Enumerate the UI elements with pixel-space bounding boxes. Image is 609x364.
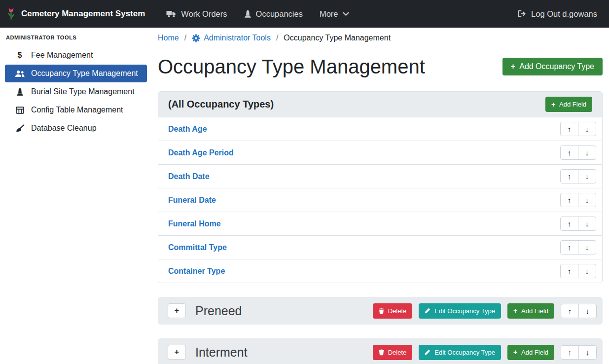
main-content: Home / Administrator [152, 28, 609, 364]
dollar-icon: $ [15, 51, 25, 60]
add-field-button[interactable]: + Add Field [545, 97, 592, 112]
reorder-group: ↑ ↓ [560, 217, 596, 231]
up-arrow-icon: ↑ [568, 348, 572, 357]
section-actions: Delete Edit Occupancy Type + Add Field ↑ [373, 345, 597, 360]
plus-icon: + [551, 101, 555, 108]
gear-icon [192, 34, 200, 42]
up-arrow-icon: ↑ [568, 148, 572, 157]
field-link-death-age-period[interactable]: Death Age Period [168, 148, 234, 157]
move-up-button[interactable]: ↑ [560, 169, 578, 183]
edit-occupancy-type-label: Edit Occupancy Type [434, 307, 495, 315]
sidebar-item-fee-management[interactable]: $ Fee Management [5, 46, 147, 64]
breadcrumb-admin-tools-label: Administrator Tools [204, 34, 271, 42]
move-down-button[interactable]: ↓ [578, 146, 596, 160]
monument-icon [244, 10, 251, 18]
pencil-icon [425, 349, 430, 355]
expand-button[interactable]: + [168, 303, 186, 318]
top-navbar: Cemetery Management System Work Orders O… [0, 0, 609, 28]
up-arrow-icon: ↑ [568, 172, 572, 181]
breadcrumb-separator: / [276, 34, 278, 42]
sidebar-item-occupancy-type-management[interactable]: Occupancy Type Management [5, 65, 147, 82]
add-occupancy-type-button[interactable]: + Add Occupancy Type [502, 58, 603, 75]
move-down-button[interactable]: ↓ [578, 193, 596, 207]
down-arrow-icon: ↓ [585, 172, 589, 181]
move-up-button[interactable]: ↑ [561, 304, 579, 318]
add-field-button[interactable]: + Add Field [507, 345, 554, 360]
nav-work-orders[interactable]: Work Orders [158, 9, 235, 19]
sidebar-item-database-cleanup[interactable]: Database Cleanup [5, 119, 147, 137]
add-field-button[interactable]: + Add Field [507, 303, 554, 319]
move-up-button[interactable]: ↑ [560, 264, 578, 278]
plus-icon: + [175, 306, 179, 315]
field-link-funeral-date[interactable]: Funeral Date [168, 196, 216, 205]
field-row: Funeral Home ↑ ↓ [158, 212, 602, 235]
move-up-button[interactable]: ↑ [560, 193, 578, 207]
field-link-committal-type[interactable]: Committal Type [168, 243, 227, 252]
nav-occupancies[interactable]: Occupancies [236, 9, 311, 19]
move-down-button[interactable]: ↓ [578, 217, 596, 231]
field-row: Container Type ↑ ↓ [158, 259, 602, 283]
sidebar-item-label: Fee Management [31, 51, 93, 60]
delete-button[interactable]: Delete [373, 303, 413, 319]
logout-link[interactable]: Log Out d.gowans [509, 9, 597, 19]
down-arrow-icon: ↓ [586, 307, 590, 315]
edit-occupancy-type-button[interactable]: Edit Occupancy Type [419, 303, 501, 319]
reorder-group: ↑ ↓ [560, 169, 596, 183]
move-up-button[interactable]: ↑ [560, 146, 578, 160]
field-link-death-age[interactable]: Death Age [168, 125, 207, 134]
move-down-button[interactable]: ↓ [578, 169, 596, 183]
delete-button[interactable]: Delete [373, 345, 413, 360]
breadcrumb-admin-tools-link[interactable]: Administrator Tools [192, 34, 271, 42]
expand-button[interactable]: + [168, 345, 186, 360]
field-row: Death Age ↑ ↓ [158, 117, 602, 141]
trash-icon [379, 349, 384, 356]
pencil-icon [425, 308, 430, 314]
reorder-group: ↑ ↓ [560, 240, 596, 255]
reorder-group: ↑ ↓ [560, 193, 596, 207]
sidebar: Administrator Tools $ Fee Management Occ… [0, 28, 152, 364]
up-arrow-icon: ↑ [568, 125, 572, 133]
up-arrow-icon: ↑ [568, 307, 572, 315]
down-arrow-icon: ↓ [585, 219, 589, 228]
table-icon [15, 107, 25, 114]
down-arrow-icon: ↓ [585, 125, 589, 133]
reorder-group: ↑ ↓ [560, 146, 596, 160]
logout-label: Log Out d.gowans [531, 9, 597, 19]
monument-icon [15, 88, 25, 96]
field-row: Death Date ↑ ↓ [158, 164, 602, 188]
breadcrumb-home-link[interactable]: Home [158, 34, 179, 42]
move-down-button[interactable]: ↓ [578, 240, 596, 255]
move-down-button[interactable]: ↓ [578, 122, 596, 136]
move-down-button[interactable]: ↓ [578, 304, 597, 318]
nav-more[interactable]: More [311, 9, 358, 19]
edit-occupancy-type-button[interactable]: Edit Occupancy Type [419, 345, 501, 360]
move-up-button[interactable]: ↑ [561, 345, 579, 360]
move-down-button[interactable]: ↓ [578, 345, 597, 360]
move-up-button[interactable]: ↑ [560, 122, 578, 136]
section-name: Interment [195, 344, 373, 361]
down-arrow-icon: ↓ [585, 267, 589, 275]
truck-icon [166, 10, 177, 18]
edit-occupancy-type-label: Edit Occupancy Type [434, 349, 495, 356]
broom-icon [15, 124, 25, 132]
app-title: Cemetery Management System [21, 9, 145, 19]
chevron-down-icon [343, 12, 349, 16]
down-arrow-icon: ↓ [586, 348, 590, 357]
move-up-button[interactable]: ↑ [560, 217, 578, 231]
move-up-button[interactable]: ↑ [560, 240, 578, 255]
move-down-button[interactable]: ↓ [578, 264, 596, 278]
field-link-death-date[interactable]: Death Date [168, 172, 210, 181]
nav-more-label: More [320, 9, 338, 19]
app-brand[interactable]: Cemetery Management System [6, 6, 145, 21]
sidebar-item-burial-site-type-management[interactable]: Burial Site Type Management [5, 83, 147, 101]
down-arrow-icon: ↓ [585, 196, 589, 204]
field-link-container-type[interactable]: Container Type [168, 267, 225, 276]
trash-icon [379, 308, 384, 314]
field-link-funeral-home[interactable]: Funeral Home [168, 219, 221, 228]
down-arrow-icon: ↓ [585, 243, 589, 252]
sidebar-item-config-table-management[interactable]: Config Table Management [5, 101, 147, 119]
breadcrumb-home-label: Home [158, 34, 179, 42]
plus-icon: + [513, 307, 517, 314]
delete-label: Delete [388, 349, 407, 356]
up-arrow-icon: ↑ [568, 196, 572, 204]
